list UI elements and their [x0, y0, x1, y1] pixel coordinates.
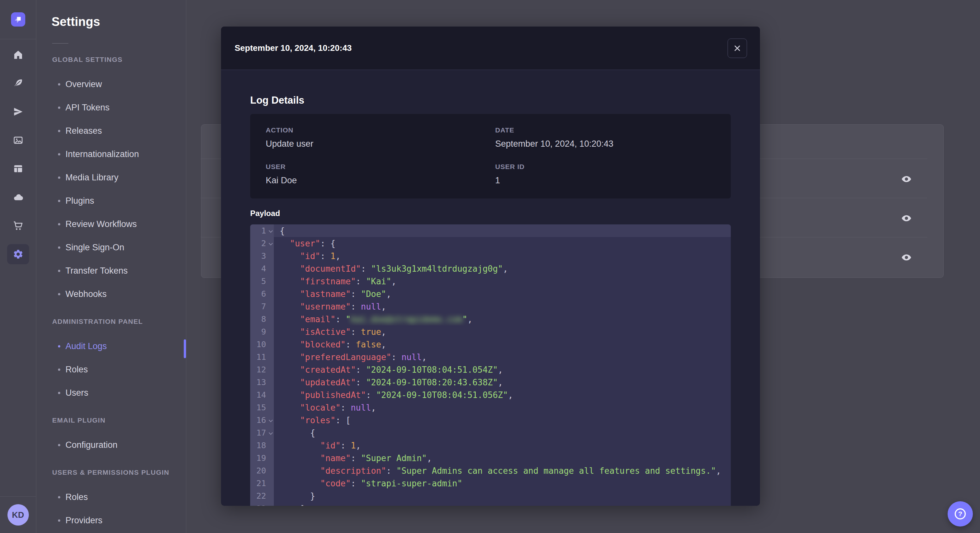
workspace-logo-box: [0, 0, 36, 39]
sidebar-item-internationalization[interactable]: Internationalization: [37, 143, 186, 166]
code-content: "blocked": false,: [274, 338, 731, 351]
code-line: 16 "roles": [: [250, 414, 731, 427]
code-line: 12 "createdAt": "2024-09-10T08:04:51.054…: [250, 363, 731, 376]
line-number: 19: [250, 452, 274, 464]
audit-log-details-modal: September 10, 2024, 10:20:43 Log Details…: [221, 27, 760, 506]
fold-chevron-icon[interactable]: [269, 418, 273, 422]
page-title: Settings: [51, 15, 186, 29]
code-line: 5 "firstname": "Kai",: [250, 275, 731, 287]
sidebar-item-users[interactable]: Users: [37, 381, 186, 405]
sidebar-item-label: Internationalization: [65, 149, 139, 159]
field-value: Update user: [266, 139, 495, 149]
nav-section-label: EMAIL PLUGIN: [52, 416, 186, 424]
sidebar-item-overview[interactable]: Overview: [37, 73, 186, 96]
sidebar-item-plugins[interactable]: Plugins: [37, 189, 186, 213]
eye-icon[interactable]: [900, 251, 913, 264]
code-line: 3 "id": 1,: [250, 250, 731, 262]
sidebar-item-configuration[interactable]: Configuration: [37, 433, 186, 457]
fold-chevron-icon[interactable]: [269, 228, 273, 233]
field-value: September 10, 2024, 10:20:43: [495, 139, 715, 149]
code-line: 18 "id": 1,: [250, 439, 731, 452]
layout-icon[interactable]: [4, 154, 32, 183]
code-line: 13 "updatedAt": "2024-09-10T08:20:43.638…: [250, 376, 731, 389]
sidebar-item-label: Users: [65, 388, 89, 398]
code-line: 20 "description": "Super Admins can acce…: [250, 464, 731, 477]
line-number: 4: [250, 262, 274, 275]
code-content: "id": 1,: [274, 250, 731, 262]
title-rule: [52, 43, 68, 44]
sidebar-item-label: Providers: [65, 516, 102, 525]
bullet-dot: [58, 246, 60, 249]
code-content: "locale": null,: [274, 401, 731, 414]
code-content: "roles": [: [274, 414, 731, 427]
log-details-card: ACTION Update user DATE September 10, 20…: [250, 114, 731, 198]
sidebar-item-transfer-tokens[interactable]: Transfer Tokens: [37, 259, 186, 282]
nav-section-label: ADMINISTRATION PANEL: [52, 318, 186, 325]
field-value: 1: [495, 176, 715, 186]
strapi-logo-icon[interactable]: [11, 12, 25, 27]
sidebar-item-roles[interactable]: Roles: [37, 485, 186, 509]
code-line: 22 }: [250, 490, 731, 502]
modal-title: September 10, 2024, 10:20:43: [235, 43, 352, 53]
sidebar-item-webhooks[interactable]: Webhooks: [37, 282, 186, 306]
home-icon[interactable]: [4, 40, 32, 69]
cart-icon[interactable]: [4, 211, 32, 240]
sidebar-item-media-library[interactable]: Media Library: [37, 166, 186, 189]
code-line: 7 "username": null,: [250, 300, 731, 313]
sidebar-item-label: Plugins: [65, 196, 94, 206]
eye-icon[interactable]: [900, 212, 913, 225]
help-button[interactable]: ?: [948, 501, 973, 527]
field-date: DATE September 10, 2024, 10:20:43: [495, 126, 715, 150]
feather-icon[interactable]: [4, 69, 32, 97]
code-content: {: [274, 224, 731, 237]
sidebar-item-label: Configuration: [65, 440, 118, 450]
fold-chevron-icon[interactable]: [269, 241, 273, 246]
sidebar-item-audit-logs[interactable]: Audit Logs: [37, 335, 186, 358]
sidebar-item-api-tokens[interactable]: API Tokens: [37, 96, 186, 119]
eye-icon[interactable]: [900, 173, 913, 186]
code-line: 17 {: [250, 427, 731, 439]
code-line: 15 "locale": null,: [250, 401, 731, 414]
media-library-icon[interactable]: [4, 126, 32, 154]
sidebar-item-review-workflows[interactable]: Review Workflows: [37, 213, 186, 236]
code-content: "email": "kai.doe@strapidemo.com",: [274, 313, 731, 325]
user-avatar[interactable]: KD: [8, 504, 29, 525]
line-number: 12: [250, 363, 274, 376]
code-content: ]: [274, 502, 731, 506]
sidebar-footer: KD: [0, 497, 36, 533]
bullet-dot: [58, 345, 60, 347]
code-line: 1{: [250, 224, 731, 237]
line-number: 1: [250, 224, 274, 237]
sidebar-item-providers[interactable]: Providers: [37, 509, 186, 532]
line-number: 11: [250, 351, 274, 363]
sidebar-item-label: Review Workflows: [65, 219, 137, 229]
svg-text:?: ?: [958, 510, 963, 517]
payload-json-editor[interactable]: 1{2 "user": {3 "id": 1,4 "documentId": "…: [250, 224, 731, 506]
nav-section: USERS & PERMISSIONS PLUGINRolesProviders: [37, 468, 186, 532]
bullet-dot: [58, 293, 60, 295]
code-content: "description": "Super Admins can access …: [274, 464, 731, 477]
code-content: "lastname": "Doe",: [274, 287, 731, 300]
cloud-icon[interactable]: [4, 183, 32, 211]
sidebar-item-single-sign-on[interactable]: Single Sign-On: [37, 236, 186, 259]
redacted-email-value: kai.doe@strapidemo.com: [351, 314, 462, 324]
code-line: 4 "documentId": "ls3uk3g1xm4ltdrdugzajg0…: [250, 262, 731, 275]
gear-icon[interactable]: [4, 240, 32, 268]
code-content: "documentId": "ls3uk3g1xm4ltdrdugzajg0g"…: [274, 262, 731, 275]
log-details-heading: Log Details: [250, 95, 304, 106]
line-number: 17: [250, 427, 274, 439]
sidebar-item-releases[interactable]: Releases: [37, 119, 186, 143]
bullet-dot: [58, 200, 60, 202]
line-number: 6: [250, 287, 274, 300]
fold-chevron-icon[interactable]: [269, 431, 273, 435]
main-icon-sidebar: KD: [0, 0, 36, 533]
sidebar-item-roles[interactable]: Roles: [37, 358, 186, 381]
code-content: "code": "strapi-super-admin": [274, 477, 731, 490]
code-content: "firstname": "Kai",: [274, 275, 731, 287]
close-icon[interactable]: [727, 38, 747, 58]
payload-label: Payload: [250, 209, 280, 218]
settings-sub-nav: Settings GLOBAL SETTINGSOverviewAPI Toke…: [37, 0, 186, 533]
sidebar-item-label: API Tokens: [65, 103, 110, 113]
strapi-settings-page: KD Settings GLOBAL SETTINGSOverviewAPI T…: [0, 0, 980, 533]
send-plane-icon[interactable]: [4, 97, 32, 126]
